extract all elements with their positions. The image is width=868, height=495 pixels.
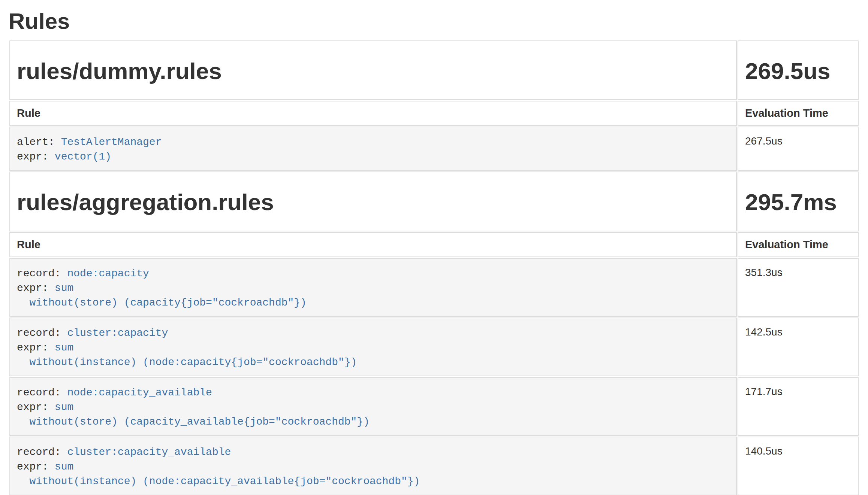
rule-eval-time: 171.7us (738, 377, 859, 436)
rule-expr-link[interactable]: without(store) (capacity_available{job="… (17, 416, 370, 428)
rules-page: Rules rules/dummy.rules 269.5us Rule Eva… (0, 9, 868, 495)
rule-expr-link[interactable]: sum (55, 282, 73, 294)
rule-eval-time: 142.5us (738, 318, 859, 376)
column-header-row: Rule Evaluation Time (9, 232, 859, 257)
column-header-rule: Rule (9, 232, 737, 257)
rule-name-link[interactable]: node:capacity_available (67, 387, 212, 398)
rule-group-row: rules/aggregation.rules 295.7ms (9, 171, 859, 231)
rule-row: record: cluster:capacity_available expr:… (9, 437, 859, 495)
rule-group-time-cell: 295.7ms (738, 171, 859, 231)
rule-expr-link[interactable]: without(instance) (node:capacity{job="co… (17, 356, 357, 368)
rule-row: record: cluster:capacity expr: sum witho… (9, 318, 859, 376)
rule-expr-link[interactable]: sum (55, 461, 73, 473)
rule-keyword: alert: (17, 136, 61, 148)
rule-cell: alert: TestAlertManager expr: vector(1) (9, 127, 737, 171)
rule-expr-link[interactable]: vector(1) (55, 151, 111, 163)
rule-group-eval-time: 295.7ms (745, 189, 851, 215)
rule-expr-link[interactable]: sum (55, 401, 73, 413)
rule-keyword: expr: (17, 282, 55, 294)
rule-keyword: record: (17, 268, 67, 279)
rule-eval-time: 140.5us (738, 437, 859, 495)
rule-cell: record: node:capacity_available expr: su… (9, 377, 737, 436)
column-header-evaluation-time: Evaluation Time (738, 232, 859, 257)
rule-eval-time: 267.5us (738, 127, 859, 171)
page-title: Rules (9, 9, 859, 34)
rule-keyword: record: (17, 446, 67, 458)
rules-table: rules/dummy.rules 269.5us Rule Evaluatio… (9, 40, 859, 495)
rule-keyword: expr: (17, 401, 55, 413)
rule-keyword: expr: (17, 461, 55, 473)
rule-expr-link[interactable]: sum (55, 342, 73, 353)
rule-group-eval-time: 269.5us (745, 58, 851, 84)
rule-name-link[interactable]: TestAlertManager (61, 136, 162, 148)
rule-row: alert: TestAlertManager expr: vector(1) … (9, 127, 859, 171)
rule-group-title: rules/dummy.rules (17, 58, 729, 84)
rule-group-name-cell: rules/aggregation.rules (9, 171, 737, 231)
rule-expr-link[interactable]: without(instance) (node:capacity_availab… (17, 476, 420, 487)
rule-cell: record: node:capacity expr: sum without(… (9, 258, 737, 317)
column-header-row: Rule Evaluation Time (9, 101, 859, 126)
rule-keyword: record: (17, 387, 67, 398)
rule-keyword: record: (17, 327, 67, 339)
rule-eval-time: 351.3us (738, 258, 859, 317)
rule-name-link[interactable]: cluster:capacity_available (67, 446, 231, 458)
rule-group-name-cell: rules/dummy.rules (9, 40, 737, 100)
rule-row: record: node:capacity_available expr: su… (9, 377, 859, 436)
rule-name-link[interactable]: node:capacity (67, 268, 149, 279)
rule-cell: record: cluster:capacity expr: sum witho… (9, 318, 737, 376)
rule-name-link[interactable]: cluster:capacity (67, 327, 168, 339)
rule-keyword: expr: (17, 151, 55, 163)
rule-group-title: rules/aggregation.rules (17, 189, 729, 215)
rule-cell: record: cluster:capacity_available expr:… (9, 437, 737, 495)
rule-keyword: expr: (17, 342, 55, 353)
rule-expr-link[interactable]: without(store) (capacity{job="cockroachd… (17, 297, 307, 309)
rule-row: record: node:capacity expr: sum without(… (9, 258, 859, 317)
rule-group-time-cell: 269.5us (738, 40, 859, 100)
column-header-rule: Rule (9, 101, 737, 126)
rule-group-row: rules/dummy.rules 269.5us (9, 40, 859, 100)
column-header-evaluation-time: Evaluation Time (738, 101, 859, 126)
